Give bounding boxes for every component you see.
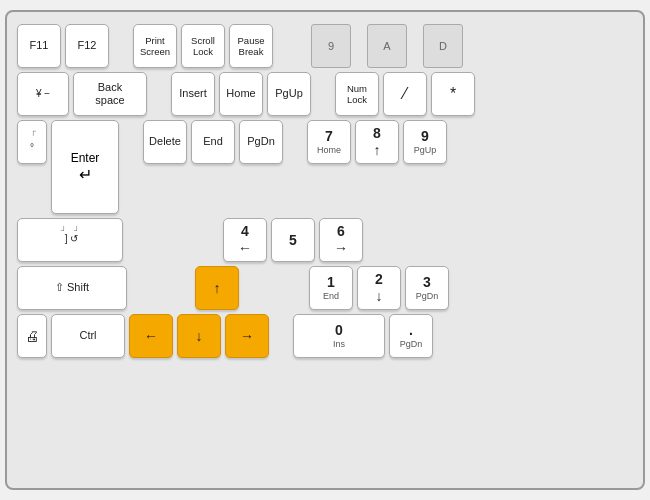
key-num-2[interactable]: 2↓ xyxy=(357,266,401,310)
key-print-screen[interactable]: PrintScreen xyxy=(133,24,177,68)
key-bracket-close[interactable]: 」 」] ↺ xyxy=(17,218,123,262)
indicator-scroll-lock: D xyxy=(423,24,463,68)
key-arrow-right[interactable]: → xyxy=(225,314,269,358)
key-pgup[interactable]: PgUp xyxy=(267,72,311,116)
key-num-9[interactable]: 9PgUp xyxy=(403,120,447,164)
key-ctrl[interactable]: Ctrl xyxy=(51,314,125,358)
key-num-mul[interactable]: * xyxy=(431,72,475,116)
key-num-5[interactable]: 5 xyxy=(271,218,315,262)
row-5: ⇧ Shift ↑ 1End 2↓ 3PgDn xyxy=(17,266,633,310)
row-2: ¥ − Backspace Insert Home PgUp NumLock ∕… xyxy=(17,72,633,116)
key-arrow-up[interactable]: ↑ xyxy=(195,266,239,310)
key-num-0[interactable]: 0Ins xyxy=(293,314,385,358)
key-arrow-down[interactable]: ↓ xyxy=(177,314,221,358)
key-pause-break[interactable]: PauseBreak xyxy=(229,24,273,68)
key-home[interactable]: Home xyxy=(219,72,263,116)
keyboard: F11 F12 PrintScreen ScrollLock PauseBrea… xyxy=(5,10,645,490)
key-num-1[interactable]: 1End xyxy=(309,266,353,310)
key-enter[interactable]: Enter ↵ xyxy=(51,120,119,214)
function-key-row: F11 F12 PrintScreen ScrollLock PauseBrea… xyxy=(17,24,633,68)
key-num-3[interactable]: 3PgDn xyxy=(405,266,449,310)
key-scroll-lock[interactable]: ScrollLock xyxy=(181,24,225,68)
key-delete[interactable]: Delete xyxy=(143,120,187,164)
key-num-lock[interactable]: NumLock xyxy=(335,72,379,116)
key-num-7[interactable]: 7Home xyxy=(307,120,351,164)
key-f12[interactable]: F12 xyxy=(65,24,109,68)
key-f11[interactable]: F11 xyxy=(17,24,61,68)
key-bracket-open[interactable]: 「° xyxy=(17,120,47,164)
key-num-6[interactable]: 6→ xyxy=(319,218,363,262)
key-yen[interactable]: ¥ − xyxy=(17,72,69,116)
key-num-dot[interactable]: .PgDn xyxy=(389,314,433,358)
key-end[interactable]: End xyxy=(191,120,235,164)
row-4: 」 」] ↺ 4← 5 6→ xyxy=(17,218,633,262)
row-6: 🖨 Ctrl ← ↓ → 0Ins .PgDn xyxy=(17,314,633,358)
indicator-caps-lock: A xyxy=(367,24,407,68)
key-shift[interactable]: ⇧ Shift xyxy=(17,266,127,310)
key-arrow-left[interactable]: ← xyxy=(129,314,173,358)
key-num-div[interactable]: ∕ xyxy=(383,72,427,116)
indicator-num-lock: 9 xyxy=(311,24,351,68)
key-num-8[interactable]: 8↑ xyxy=(355,120,399,164)
key-num-4[interactable]: 4← xyxy=(223,218,267,262)
key-backspace[interactable]: Backspace xyxy=(73,72,147,116)
key-print-icon[interactable]: 🖨 xyxy=(17,314,47,358)
key-pgdn[interactable]: PgDn xyxy=(239,120,283,164)
key-insert[interactable]: Insert xyxy=(171,72,215,116)
row-3: 「° Enter ↵ Delete End PgDn 7Home 8↑ 9PgU… xyxy=(17,120,633,214)
